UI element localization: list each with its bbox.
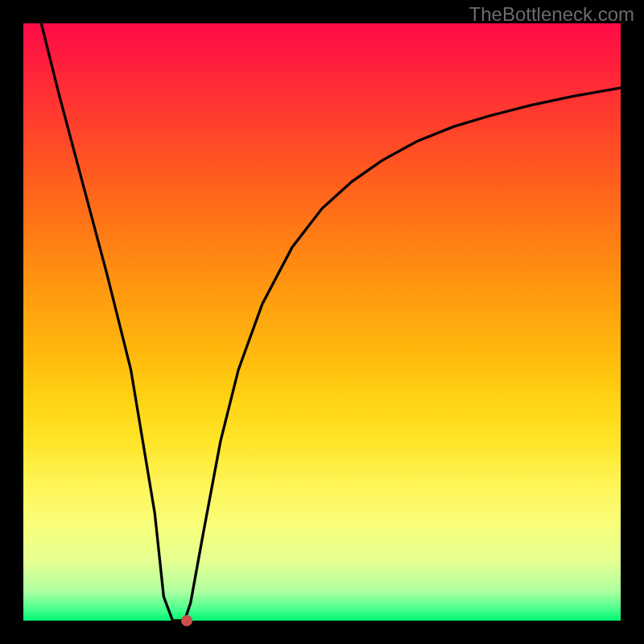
bottleneck-curve xyxy=(41,23,621,621)
optimum-marker xyxy=(181,615,192,626)
watermark-text: TheBottleneck.com xyxy=(469,3,634,26)
chart-container: TheBottleneck.com xyxy=(0,0,644,644)
curve-svg xyxy=(23,23,621,621)
plot-gradient-area xyxy=(23,23,621,621)
